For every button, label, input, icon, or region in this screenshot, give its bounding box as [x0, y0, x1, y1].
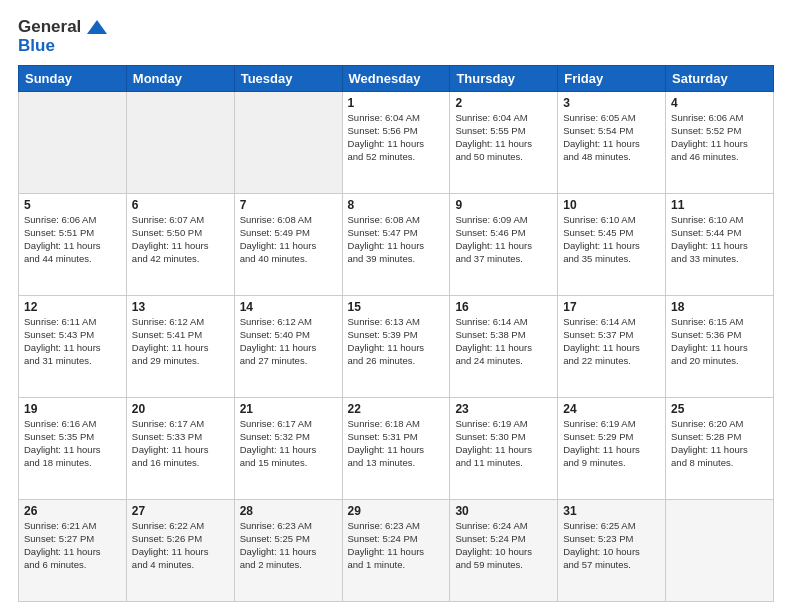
header-monday: Monday	[126, 66, 234, 92]
calendar-cell: 27Sunrise: 6:22 AM Sunset: 5:26 PM Dayli…	[126, 500, 234, 602]
calendar-week-4: 19Sunrise: 6:16 AM Sunset: 5:35 PM Dayli…	[19, 398, 774, 500]
day-info: Sunrise: 6:17 AM Sunset: 5:33 PM Dayligh…	[132, 418, 229, 469]
day-info: Sunrise: 6:14 AM Sunset: 5:37 PM Dayligh…	[563, 316, 660, 367]
day-number: 18	[671, 300, 768, 314]
header-tuesday: Tuesday	[234, 66, 342, 92]
day-number: 28	[240, 504, 337, 518]
day-info: Sunrise: 6:08 AM Sunset: 5:47 PM Dayligh…	[348, 214, 445, 265]
day-info: Sunrise: 6:09 AM Sunset: 5:46 PM Dayligh…	[455, 214, 552, 265]
calendar-cell: 5Sunrise: 6:06 AM Sunset: 5:51 PM Daylig…	[19, 194, 127, 296]
day-info: Sunrise: 6:15 AM Sunset: 5:36 PM Dayligh…	[671, 316, 768, 367]
day-number: 7	[240, 198, 337, 212]
day-info: Sunrise: 6:16 AM Sunset: 5:35 PM Dayligh…	[24, 418, 121, 469]
calendar-cell	[666, 500, 774, 602]
calendar-cell: 15Sunrise: 6:13 AM Sunset: 5:39 PM Dayli…	[342, 296, 450, 398]
header-saturday: Saturday	[666, 66, 774, 92]
day-number: 10	[563, 198, 660, 212]
calendar-cell: 29Sunrise: 6:23 AM Sunset: 5:24 PM Dayli…	[342, 500, 450, 602]
day-info: Sunrise: 6:19 AM Sunset: 5:30 PM Dayligh…	[455, 418, 552, 469]
day-number: 3	[563, 96, 660, 110]
calendar-cell	[19, 92, 127, 194]
day-number: 6	[132, 198, 229, 212]
calendar-week-3: 12Sunrise: 6:11 AM Sunset: 5:43 PM Dayli…	[19, 296, 774, 398]
calendar-cell: 12Sunrise: 6:11 AM Sunset: 5:43 PM Dayli…	[19, 296, 127, 398]
day-number: 12	[24, 300, 121, 314]
day-info: Sunrise: 6:06 AM Sunset: 5:52 PM Dayligh…	[671, 112, 768, 163]
calendar-cell: 19Sunrise: 6:16 AM Sunset: 5:35 PM Dayli…	[19, 398, 127, 500]
calendar-cell: 13Sunrise: 6:12 AM Sunset: 5:41 PM Dayli…	[126, 296, 234, 398]
day-number: 23	[455, 402, 552, 416]
day-info: Sunrise: 6:12 AM Sunset: 5:41 PM Dayligh…	[132, 316, 229, 367]
calendar-cell: 23Sunrise: 6:19 AM Sunset: 5:30 PM Dayli…	[450, 398, 558, 500]
svg-marker-0	[87, 20, 107, 34]
day-info: Sunrise: 6:08 AM Sunset: 5:49 PM Dayligh…	[240, 214, 337, 265]
calendar-cell: 18Sunrise: 6:15 AM Sunset: 5:36 PM Dayli…	[666, 296, 774, 398]
day-info: Sunrise: 6:05 AM Sunset: 5:54 PM Dayligh…	[563, 112, 660, 163]
logo-text: General Blue	[18, 18, 107, 55]
day-info: Sunrise: 6:12 AM Sunset: 5:40 PM Dayligh…	[240, 316, 337, 367]
day-number: 5	[24, 198, 121, 212]
day-number: 20	[132, 402, 229, 416]
day-number: 2	[455, 96, 552, 110]
day-number: 26	[24, 504, 121, 518]
day-info: Sunrise: 6:11 AM Sunset: 5:43 PM Dayligh…	[24, 316, 121, 367]
calendar-week-1: 1Sunrise: 6:04 AM Sunset: 5:56 PM Daylig…	[19, 92, 774, 194]
calendar-cell: 9Sunrise: 6:09 AM Sunset: 5:46 PM Daylig…	[450, 194, 558, 296]
day-info: Sunrise: 6:13 AM Sunset: 5:39 PM Dayligh…	[348, 316, 445, 367]
calendar-cell: 20Sunrise: 6:17 AM Sunset: 5:33 PM Dayli…	[126, 398, 234, 500]
day-number: 11	[671, 198, 768, 212]
calendar-cell	[126, 92, 234, 194]
calendar-cell: 16Sunrise: 6:14 AM Sunset: 5:38 PM Dayli…	[450, 296, 558, 398]
day-number: 25	[671, 402, 768, 416]
day-info: Sunrise: 6:25 AM Sunset: 5:23 PM Dayligh…	[563, 520, 660, 571]
day-number: 24	[563, 402, 660, 416]
day-info: Sunrise: 6:06 AM Sunset: 5:51 PM Dayligh…	[24, 214, 121, 265]
calendar-table: Sunday Monday Tuesday Wednesday Thursday…	[18, 65, 774, 602]
calendar-cell: 28Sunrise: 6:23 AM Sunset: 5:25 PM Dayli…	[234, 500, 342, 602]
calendar-cell: 3Sunrise: 6:05 AM Sunset: 5:54 PM Daylig…	[558, 92, 666, 194]
calendar-cell: 6Sunrise: 6:07 AM Sunset: 5:50 PM Daylig…	[126, 194, 234, 296]
day-number: 29	[348, 504, 445, 518]
day-info: Sunrise: 6:04 AM Sunset: 5:56 PM Dayligh…	[348, 112, 445, 163]
calendar-cell: 30Sunrise: 6:24 AM Sunset: 5:24 PM Dayli…	[450, 500, 558, 602]
day-info: Sunrise: 6:14 AM Sunset: 5:38 PM Dayligh…	[455, 316, 552, 367]
calendar-cell: 4Sunrise: 6:06 AM Sunset: 5:52 PM Daylig…	[666, 92, 774, 194]
logo-icon	[87, 20, 107, 34]
calendar-cell: 14Sunrise: 6:12 AM Sunset: 5:40 PM Dayli…	[234, 296, 342, 398]
day-number: 4	[671, 96, 768, 110]
calendar-cell: 17Sunrise: 6:14 AM Sunset: 5:37 PM Dayli…	[558, 296, 666, 398]
day-info: Sunrise: 6:17 AM Sunset: 5:32 PM Dayligh…	[240, 418, 337, 469]
calendar-cell: 2Sunrise: 6:04 AM Sunset: 5:55 PM Daylig…	[450, 92, 558, 194]
day-info: Sunrise: 6:22 AM Sunset: 5:26 PM Dayligh…	[132, 520, 229, 571]
day-info: Sunrise: 6:23 AM Sunset: 5:25 PM Dayligh…	[240, 520, 337, 571]
calendar-cell: 25Sunrise: 6:20 AM Sunset: 5:28 PM Dayli…	[666, 398, 774, 500]
calendar-cell	[234, 92, 342, 194]
day-info: Sunrise: 6:23 AM Sunset: 5:24 PM Dayligh…	[348, 520, 445, 571]
day-info: Sunrise: 6:07 AM Sunset: 5:50 PM Dayligh…	[132, 214, 229, 265]
day-info: Sunrise: 6:24 AM Sunset: 5:24 PM Dayligh…	[455, 520, 552, 571]
logo-general: General	[18, 17, 81, 36]
day-number: 21	[240, 402, 337, 416]
day-info: Sunrise: 6:10 AM Sunset: 5:45 PM Dayligh…	[563, 214, 660, 265]
calendar-cell: 8Sunrise: 6:08 AM Sunset: 5:47 PM Daylig…	[342, 194, 450, 296]
header-wednesday: Wednesday	[342, 66, 450, 92]
day-info: Sunrise: 6:10 AM Sunset: 5:44 PM Dayligh…	[671, 214, 768, 265]
day-number: 13	[132, 300, 229, 314]
day-info: Sunrise: 6:18 AM Sunset: 5:31 PM Dayligh…	[348, 418, 445, 469]
day-number: 8	[348, 198, 445, 212]
header-thursday: Thursday	[450, 66, 558, 92]
day-number: 30	[455, 504, 552, 518]
calendar-cell: 24Sunrise: 6:19 AM Sunset: 5:29 PM Dayli…	[558, 398, 666, 500]
weekday-header-row: Sunday Monday Tuesday Wednesday Thursday…	[19, 66, 774, 92]
day-number: 17	[563, 300, 660, 314]
calendar-cell: 1Sunrise: 6:04 AM Sunset: 5:56 PM Daylig…	[342, 92, 450, 194]
day-number: 27	[132, 504, 229, 518]
day-info: Sunrise: 6:19 AM Sunset: 5:29 PM Dayligh…	[563, 418, 660, 469]
calendar-cell: 22Sunrise: 6:18 AM Sunset: 5:31 PM Dayli…	[342, 398, 450, 500]
logo-blue: Blue	[18, 36, 55, 55]
calendar-week-2: 5Sunrise: 6:06 AM Sunset: 5:51 PM Daylig…	[19, 194, 774, 296]
day-number: 16	[455, 300, 552, 314]
day-number: 19	[24, 402, 121, 416]
calendar-cell: 21Sunrise: 6:17 AM Sunset: 5:32 PM Dayli…	[234, 398, 342, 500]
day-info: Sunrise: 6:20 AM Sunset: 5:28 PM Dayligh…	[671, 418, 768, 469]
